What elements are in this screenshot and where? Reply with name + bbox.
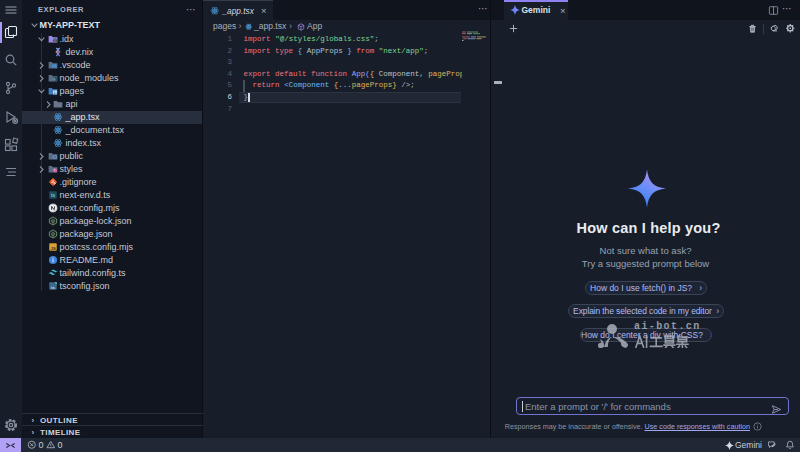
svg-text:JS: JS [50, 246, 55, 251]
svg-text:ts: ts [51, 285, 55, 290]
svg-text:ts: ts [50, 193, 55, 198]
